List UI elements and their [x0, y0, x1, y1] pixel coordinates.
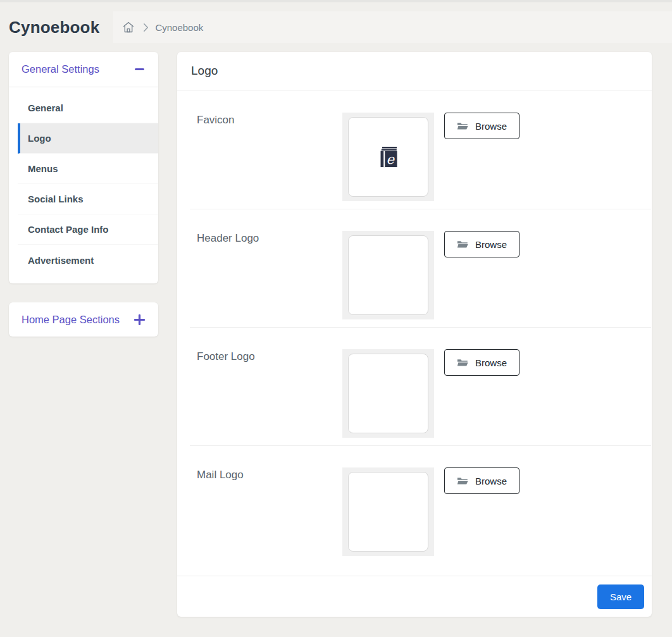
sidebar-item-label: Social Links [28, 194, 84, 204]
header-logo-browse-button[interactable]: Browse [444, 231, 520, 257]
browse-button-label: Browse [475, 239, 507, 250]
general-settings-card: General Settings General Logo Menus Soci… [9, 52, 158, 283]
general-settings-header[interactable]: General Settings [9, 52, 158, 87]
logo-settings-panel: Logo Favicon e [177, 52, 652, 617]
sidebar-item-social-links[interactable]: Social Links [18, 184, 158, 214]
folder-open-icon [457, 240, 468, 249]
footer-logo-preview-image [348, 354, 428, 433]
browse-button-label: Browse [475, 121, 507, 132]
general-settings-items: General Logo Menus Social Links Contact … [9, 87, 158, 283]
sidebar-item-contact-page-info[interactable]: Contact Page Info [18, 214, 158, 245]
header-logo-preview-frame [342, 231, 434, 319]
sidebar-item-general[interactable]: General [18, 93, 158, 123]
footer-logo-row: Footer Logo Browse [177, 327, 652, 445]
mail-logo-row: Mail Logo Browse [177, 445, 652, 564]
favicon-preview-frame: e [342, 113, 434, 201]
sidebar-item-label: Logo [28, 133, 51, 144]
breadcrumb: Cynoebook [113, 11, 672, 43]
general-settings-title: General Settings [22, 63, 99, 75]
minus-icon[interactable] [135, 68, 144, 71]
panel-footer: Save [177, 576, 652, 617]
sidebar-item-menus[interactable]: Menus [18, 154, 158, 184]
chevron-right-icon [143, 23, 149, 32]
breadcrumb-current[interactable]: Cynoebook [155, 22, 203, 33]
sidebar-item-label: General [28, 102, 63, 113]
sidebar-item-logo[interactable]: Logo [18, 123, 158, 154]
mail-logo-preview-image [348, 472, 428, 552]
favicon-preview-image: e [348, 117, 428, 197]
svg-text:e: e [386, 152, 395, 167]
panel-header: Logo [177, 52, 652, 90]
ebook-logo-icon: e [377, 145, 400, 169]
page-header: Cynoebook Cynoebook [0, 3, 672, 52]
browse-button-label: Browse [475, 476, 507, 486]
home-page-sections-title: Home Page Sections [22, 314, 120, 326]
browse-button-label: Browse [475, 357, 507, 368]
mail-logo-label: Mail Logo [197, 467, 342, 481]
sidebar-item-label: Advertisement [28, 255, 94, 266]
home-icon[interactable] [121, 20, 135, 34]
panel-title: Logo [191, 64, 218, 78]
save-button[interactable]: Save [597, 584, 644, 609]
header-logo-row: Header Logo Browse [177, 209, 652, 327]
sidebar-item-advertisement[interactable]: Advertisement [18, 245, 158, 275]
folder-open-icon [457, 121, 468, 131]
sidebar-item-label: Menus [28, 163, 58, 174]
footer-logo-preview-frame [342, 349, 434, 438]
mail-logo-browse-button[interactable]: Browse [444, 467, 520, 494]
header-logo-preview-image [348, 235, 428, 315]
folder-open-icon [457, 476, 468, 486]
favicon-browse-button[interactable]: Browse [444, 113, 520, 139]
footer-logo-label: Footer Logo [197, 349, 342, 363]
favicon-row: Favicon e [177, 90, 652, 209]
plus-icon[interactable] [134, 314, 145, 325]
page-title: Cynoebook [9, 18, 99, 37]
home-page-sections-card[interactable]: Home Page Sections [9, 302, 158, 337]
footer-logo-browse-button[interactable]: Browse [444, 349, 520, 376]
favicon-label: Favicon [197, 113, 342, 127]
mail-logo-preview-frame [342, 467, 434, 556]
folder-open-icon [457, 358, 468, 368]
sidebar-item-label: Contact Page Info [28, 224, 109, 235]
header-logo-label: Header Logo [197, 231, 342, 245]
settings-sidebar: General Settings General Logo Menus Soci… [9, 52, 158, 617]
